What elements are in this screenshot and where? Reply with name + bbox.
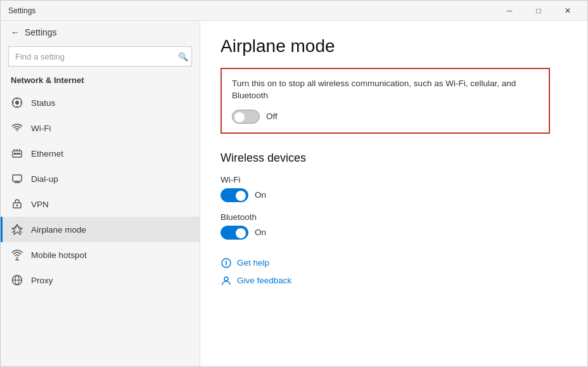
sidebar-item-airplane[interactable]: Airplane mode [1,217,200,242]
bluetooth-toggle-row: On [220,226,567,240]
settings-window: Settings ─ □ ✕ ← Settings 🔍 Network & In… [0,0,588,367]
vpn-icon [11,198,23,210]
airplane-toggle[interactable] [232,110,260,124]
give-feedback-icon [220,275,232,287]
help-links: Get help Give feedback [220,257,567,287]
wifi-item: Wi-Fi On [220,175,567,202]
sidebar-item-label-hotspot: Mobile hotspot [31,250,87,260]
minimize-button[interactable]: ─ [495,1,524,21]
app-title: Settings [25,27,57,37]
ethernet-icon [11,147,23,160]
get-help-icon [220,257,232,269]
sidebar-item-ethernet[interactable]: Ethernet [1,141,200,166]
sidebar-item-proxy[interactable]: Proxy [1,267,200,293]
sidebar-item-label-status: Status [31,98,55,108]
airplane-description: Turn this on to stop all wireless commun… [232,78,539,102]
title-bar-left: Settings [8,6,35,15]
proxy-icon [11,274,23,287]
sidebar-item-label-dialup: Dial-up [31,174,58,184]
sidebar-item-label-wifi: Wi-Fi [31,124,51,133]
bluetooth-toggle-label: On [255,228,266,237]
svg-rect-11 [16,153,18,155]
search-input[interactable] [8,46,192,67]
sidebar-item-status[interactable]: Status [1,90,200,115]
get-help-label: Get help [237,258,269,267]
give-feedback-link[interactable]: Give feedback [220,275,567,287]
svg-rect-12 [18,153,20,155]
window-title: Settings [8,6,35,15]
airplane-icon [11,223,23,236]
svg-point-17 [16,205,18,207]
page-title: Airplane mode [220,36,567,56]
wifi-toggle-label: On [255,190,266,200]
window-controls: ─ □ ✕ [495,1,582,21]
get-help-link[interactable]: Get help [220,257,567,269]
wireless-section-title: Wireless devices [220,151,567,165]
svg-point-24 [226,261,227,262]
hotspot-icon [11,248,23,261]
back-arrow-icon[interactable]: ← [11,27,20,37]
airplane-toggle-slider [232,110,260,124]
sidebar-section-title: Network & Internet [1,72,200,90]
sidebar-item-label-airplane: Airplane mode [31,225,86,235]
bluetooth-toggle-slider [220,226,248,240]
maximize-button[interactable]: □ [524,1,553,21]
main-content: ← Settings 🔍 Network & Internet [1,21,587,366]
sidebar-item-label-ethernet: Ethernet [31,149,63,158]
svg-point-1 [15,101,19,105]
wifi-icon [11,122,23,134]
svg-rect-10 [14,153,16,155]
search-icon[interactable]: 🔍 [178,52,188,61]
airplane-toggle-label: Off [266,112,278,121]
wifi-toggle-slider [220,188,248,202]
sidebar-back: ← Settings [1,21,200,44]
wifi-item-name: Wi-Fi [220,175,567,184]
sidebar-item-wifi[interactable]: Wi-Fi [1,115,200,141]
dialup-icon [11,172,23,185]
sidebar-item-label-vpn: VPN [31,200,49,209]
svg-rect-13 [13,175,22,181]
svg-point-25 [226,265,226,266]
wifi-toggle-row: On [220,188,567,202]
sidebar-item-label-proxy: Proxy [31,276,53,285]
wifi-toggle[interactable] [220,188,248,202]
sidebar-item-vpn[interactable]: VPN [1,191,200,217]
search-bar: 🔍 [8,46,192,67]
bluetooth-item: Bluetooth On [220,212,567,240]
bluetooth-toggle[interactable] [220,226,248,240]
right-panel: Airplane mode Turn this on to stop all w… [200,21,587,366]
status-icon [11,96,23,109]
give-feedback-label: Give feedback [237,276,291,285]
sidebar-item-dialup[interactable]: Dial-up [1,166,200,191]
close-button[interactable]: ✕ [553,1,582,21]
airplane-mode-box: Turn this on to stop all wireless commun… [220,68,550,134]
svg-point-26 [224,277,228,281]
sidebar-item-hotspot[interactable]: Mobile hotspot [1,242,200,267]
title-bar: Settings ─ □ ✕ [1,1,587,21]
sidebar: ← Settings 🔍 Network & Internet [1,21,200,366]
airplane-toggle-row: Off [232,110,539,124]
bluetooth-item-name: Bluetooth [220,212,567,222]
